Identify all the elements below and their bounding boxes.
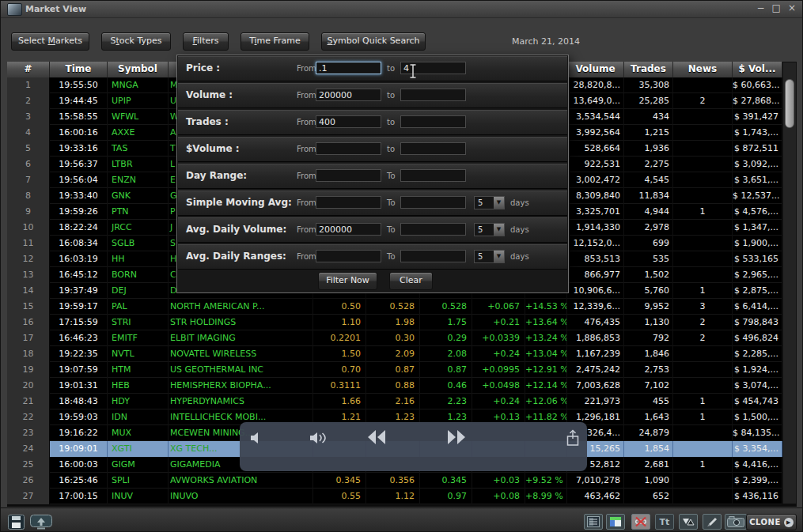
cell-n: 12 — [7, 251, 50, 267]
rewind-button[interactable] — [366, 429, 387, 445]
filter-volume-to-input[interactable] — [400, 89, 466, 101]
filter-volume-from-input[interactable] — [316, 89, 381, 101]
table-row[interactable]: 2019:01:31HEBHEMISPHERX BIOPHA...0.31110… — [7, 378, 782, 394]
filter-dollar-volume-to-input[interactable] — [400, 142, 466, 155]
cell-nw — [673, 141, 733, 157]
cell-time: 16:00:16 — [50, 125, 108, 141]
filter-avg-daily-ranges-days-dropdown[interactable]: 5▼ — [474, 250, 505, 263]
table-row[interactable]: 1919:07:59HTMUS GEOTHERMAL INC0.700.870.… — [7, 362, 782, 378]
cell-tr: 11,834 — [624, 188, 673, 204]
cell-nw: 2 — [673, 315, 733, 330]
cell-dv: $ 454,743 — [733, 394, 782, 409]
cell-n: 9 — [7, 204, 50, 220]
camera-icon[interactable] — [725, 514, 747, 530]
volume-high-icon[interactable] — [309, 432, 328, 444]
header-nw[interactable]: News — [673, 62, 733, 77]
volume-low-icon[interactable] — [250, 432, 263, 444]
cell-nw — [673, 157, 733, 172]
filter-label: Avg. Daily Volume: — [186, 224, 286, 235]
cell-tr: 2,681 — [624, 457, 673, 473]
filters-button[interactable]: Filters — [183, 32, 229, 51]
cell-tr: 2,978 — [624, 220, 673, 236]
minimize-button[interactable]: − — [757, 2, 765, 14]
titlebar: Market View − □ × — [1, 1, 802, 18]
header-sym[interactable]: Symbol — [108, 62, 169, 77]
fast-forward-button[interactable] — [446, 429, 467, 445]
to-label: To — [387, 252, 396, 261]
filter-avg-daily-volume-from-input[interactable] — [316, 223, 381, 236]
cell-nw — [673, 489, 733, 504]
filter-avg-daily-ranges-from-input[interactable] — [316, 250, 381, 262]
cell-tr: 792 — [624, 330, 673, 346]
cell-c1: 0.50 — [313, 299, 366, 315]
export-icon[interactable] — [29, 514, 53, 530]
header-time[interactable]: Time — [50, 62, 108, 77]
swap-arrows-icon[interactable] — [679, 514, 698, 530]
highlighter-icon[interactable] — [703, 514, 722, 530]
vertical-scrollbar[interactable] — [782, 62, 797, 504]
cell-c2: 0.88 — [366, 378, 420, 394]
table-row[interactable]: 1519:59:17PALNORTH AMERICAN P...0.500.52… — [7, 299, 782, 315]
filter-now-button[interactable]: Filter Now — [318, 272, 377, 290]
cell-nw — [673, 77, 733, 93]
cell-sym: LTBR — [108, 157, 169, 172]
filter-avg-daily-volume-days-dropdown[interactable]: 5▼ — [474, 223, 505, 236]
from-label: From — [297, 172, 316, 180]
cell-time: 19:44:45 — [50, 93, 108, 109]
table-row[interactable]: 2616:25:46SPLIAVWORKS AVIATION0.3450.356… — [7, 473, 782, 489]
cell-c3: 0.528 — [420, 299, 472, 315]
cell-c4: +0.21 — [472, 315, 525, 330]
filter-trades-to-input[interactable] — [400, 115, 466, 128]
filter-avg-daily-ranges-to-input[interactable] — [400, 250, 466, 262]
header-tr[interactable]: Trades — [624, 62, 673, 77]
filter-avg-daily-volume-to-input[interactable] — [400, 223, 466, 236]
filter-simple-moving-avg-to-input[interactable] — [400, 196, 466, 209]
filter-price-from-input[interactable] — [316, 62, 381, 74]
header-n[interactable]: # — [7, 62, 50, 77]
table-row[interactable]: 2717:00:15INUVINUVO0.551.120.97+0.08+8.9… — [7, 489, 782, 504]
maximize-button[interactable]: □ — [772, 2, 781, 14]
filter-row-volume: Volume :Fromto — [178, 83, 567, 108]
unlink-icon[interactable] — [631, 514, 650, 530]
cell-n: 17 — [7, 330, 50, 346]
share-icon[interactable] — [565, 429, 581, 447]
save-icon[interactable] — [6, 514, 25, 530]
header-dv[interactable]: $ Vol... — [733, 62, 782, 77]
days-value: 5 — [475, 251, 494, 262]
symbol-quick-search-button[interactable]: Symbol Quick Search — [321, 32, 426, 51]
filter-simple-moving-avg-days-dropdown[interactable]: 5▼ — [474, 196, 505, 209]
cell-time: 17:15:59 — [50, 315, 108, 330]
from-label: From — [297, 91, 316, 100]
text-size-icon[interactable]: Tt — [655, 514, 674, 530]
to-label: to — [387, 118, 395, 126]
table-row[interactable]: 1819:22:35NVTLNOVATEL WIRELESS1.502.092.… — [7, 346, 782, 362]
select-markets-button[interactable]: Select Markets — [11, 32, 89, 51]
cell-sym: MNGA — [108, 77, 169, 93]
filter-dollar-volume-from-input[interactable] — [316, 142, 381, 155]
filter-trades-from-input[interactable] — [316, 115, 381, 128]
filter-day-range-from-input[interactable] — [316, 169, 381, 182]
table-row[interactable]: 2118:48:43HDYHYPERDYNAMICS1.662.162.23+0… — [7, 394, 782, 409]
clear-button[interactable]: Clear — [389, 272, 433, 290]
cell-dv: $ 3,074,... — [733, 378, 782, 394]
cell-tr: 4,944 — [624, 204, 673, 220]
cell-n: 16 — [7, 315, 50, 330]
table-row[interactable]: 1716:46:23EMITFELBIT IMAGING0.22010.300.… — [7, 330, 782, 346]
cell-dv: $ 3,354,... — [733, 441, 782, 457]
table-row[interactable]: 1617:15:59STRISTR HOLDINGS1.101.981.75+0… — [7, 315, 782, 330]
layout-grid-icon[interactable] — [606, 514, 625, 530]
filter-simple-moving-avg-from-input[interactable] — [316, 196, 381, 209]
filter-day-range-to-input[interactable] — [400, 169, 466, 182]
close-button[interactable]: × — [788, 2, 796, 14]
cell-name: HYPERDYNAMICS — [169, 394, 313, 409]
cell-time: 19:55:50 — [50, 77, 108, 93]
clone-button[interactable]: CLONE ▶ — [746, 514, 797, 530]
cell-nw — [673, 267, 733, 283]
columns-view-icon[interactable] — [584, 514, 603, 530]
scrollbar-thumb[interactable] — [785, 79, 794, 128]
stock-types-button[interactable]: Stock Types — [101, 32, 171, 51]
cell-dv: $ 872,511 — [733, 141, 782, 157]
cell-time: 19:59:03 — [50, 409, 108, 425]
time-frame-button[interactable]: Time Frame — [241, 32, 309, 51]
header-vol[interactable]: Volume — [567, 62, 624, 77]
